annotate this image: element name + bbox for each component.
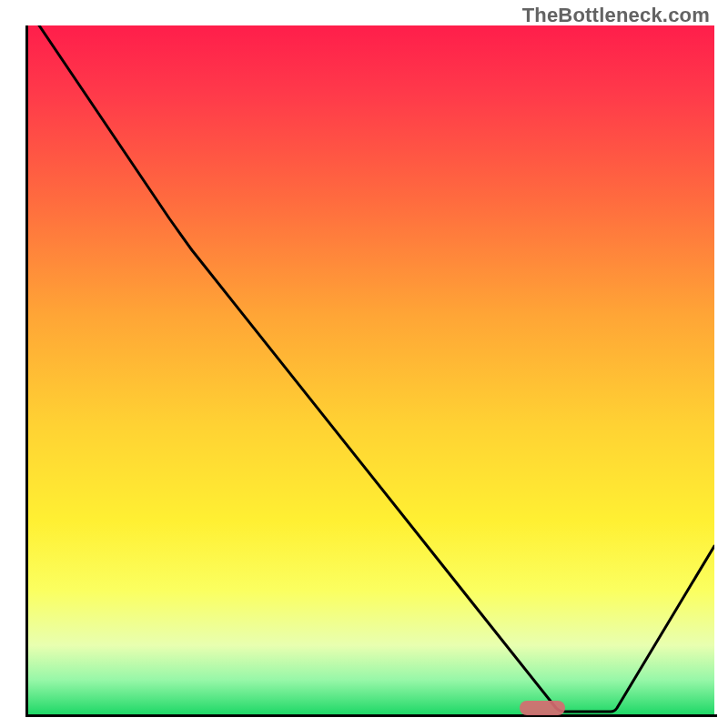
watermark-text: TheBottleneck.com — [522, 4, 710, 27]
axes-frame — [25, 25, 717, 717]
chart-container: TheBottleneck.com — [0, 0, 728, 728]
optimal-range-marker — [520, 701, 565, 715]
